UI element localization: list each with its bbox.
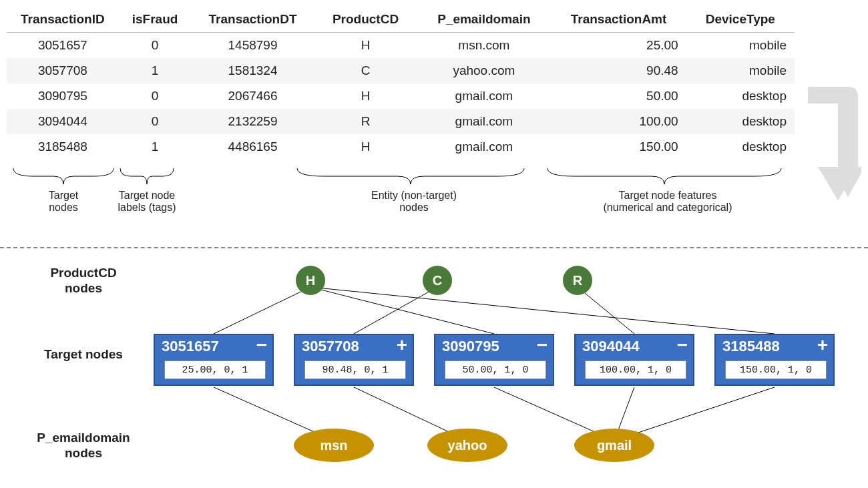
svg-line-1 bbox=[310, 287, 494, 334]
table-body: 3051657 0 1458799 H msn.com 25.00 mobile… bbox=[7, 33, 795, 160]
minus-icon: − bbox=[256, 338, 267, 352]
svg-line-2 bbox=[310, 287, 775, 334]
divider bbox=[0, 247, 868, 248]
target-id: 3051657 bbox=[162, 338, 219, 355]
row-label-emaildomain: P_emaildomainnodes bbox=[20, 431, 147, 461]
table-header-row: TransactionID isFraud TransactionDT Prod… bbox=[7, 7, 795, 33]
target-node: 3094044 − 100.00, 1, 0 bbox=[574, 334, 694, 386]
email-node-gmail: gmail bbox=[574, 429, 654, 462]
target-feat: 50.00, 1, 0 bbox=[445, 360, 546, 379]
target-node: 3057708 + 90.48, 0, 1 bbox=[294, 334, 414, 386]
brace-icon bbox=[297, 168, 524, 188]
col-TransactionDT: TransactionDT bbox=[191, 7, 314, 33]
target-id: 3094044 bbox=[582, 338, 640, 355]
annotation-entity-nodes: Entity (non-target)nodes bbox=[347, 190, 481, 214]
target-feat: 150.00, 1, 0 bbox=[725, 360, 827, 379]
brace-icon bbox=[13, 168, 114, 188]
col-ProductCD: ProductCD bbox=[314, 7, 417, 33]
svg-line-4 bbox=[578, 287, 634, 334]
col-isFraud: isFraud bbox=[119, 7, 192, 33]
target-node: 3051657 − 25.00, 0, 1 bbox=[154, 334, 274, 386]
table-row: 3094044 0 2132259 R gmail.com 100.00 des… bbox=[7, 109, 795, 134]
target-node: 3185488 + 150.00, 1, 0 bbox=[714, 334, 835, 386]
table-row: 3057708 1 1581324 C yahoo.com 90.48 mobi… bbox=[7, 58, 795, 83]
transactions-table: TransactionID isFraud TransactionDT Prod… bbox=[7, 7, 795, 160]
product-node-H: H bbox=[296, 266, 325, 295]
down-arrow-icon bbox=[801, 80, 861, 214]
product-node-R: R bbox=[563, 266, 592, 295]
col-TransactionAmt: TransactionAmt bbox=[551, 7, 686, 33]
brace-icon bbox=[548, 168, 781, 188]
plus-icon: + bbox=[817, 338, 828, 352]
minus-icon: − bbox=[677, 338, 688, 352]
annotation-target-labels: Target nodelabels (tags) bbox=[107, 190, 187, 214]
target-feat: 100.00, 1, 0 bbox=[585, 360, 686, 379]
target-node: 3090795 − 50.00, 1, 0 bbox=[434, 334, 554, 386]
graph-diagram: ProductCDnodes Target nodes P_emaildomai… bbox=[0, 254, 868, 481]
target-feat: 25.00, 0, 1 bbox=[164, 360, 266, 379]
plus-icon: + bbox=[397, 338, 407, 352]
svg-line-0 bbox=[214, 287, 310, 334]
col-TransactionID: TransactionID bbox=[7, 7, 119, 33]
row-label-target: Target nodes bbox=[27, 347, 140, 362]
table-row: 3185488 1 4486165 H gmail.com 150.00 des… bbox=[7, 134, 795, 160]
product-node-C: C bbox=[423, 266, 452, 295]
table-row: 3051657 0 1458799 H msn.com 25.00 mobile bbox=[7, 33, 795, 59]
email-node-yahoo: yahoo bbox=[427, 429, 507, 462]
table-row: 3090795 0 2067466 H gmail.com 50.00 desk… bbox=[7, 83, 795, 109]
col-DeviceType: DeviceType bbox=[686, 7, 795, 33]
col-P_emaildomain: P_emaildomain bbox=[417, 7, 551, 33]
diagram-root: TransactionID isFraud TransactionDT Prod… bbox=[0, 0, 868, 488]
annotation-target-features: Target node features(numerical and categ… bbox=[568, 190, 768, 214]
email-node-msn: msn bbox=[294, 429, 374, 462]
annotation-target-nodes: Targetnodes bbox=[23, 190, 103, 214]
target-id: 3185488 bbox=[722, 338, 780, 355]
target-feat: 90.48, 0, 1 bbox=[304, 360, 406, 379]
minus-icon: − bbox=[537, 338, 548, 352]
svg-line-3 bbox=[354, 287, 437, 334]
target-id: 3057708 bbox=[302, 338, 359, 355]
brace-icon bbox=[120, 168, 174, 188]
target-id: 3090795 bbox=[442, 338, 499, 355]
row-label-productcd: ProductCDnodes bbox=[40, 266, 127, 296]
